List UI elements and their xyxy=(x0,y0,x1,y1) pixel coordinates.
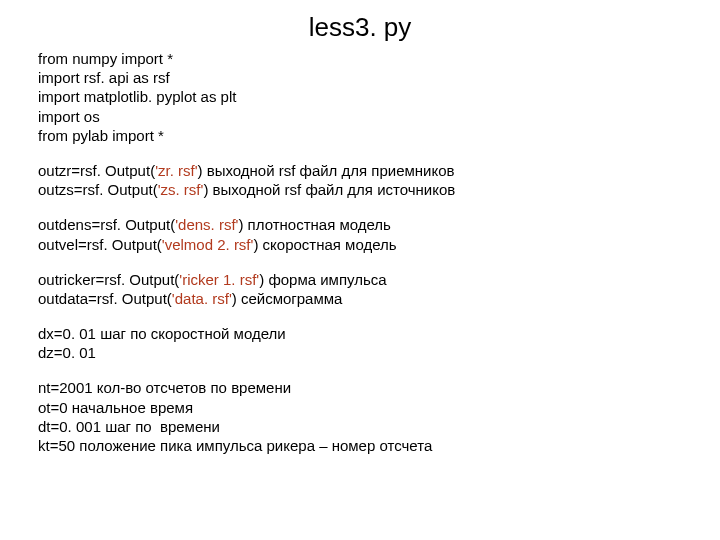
code-text: outvel=rsf. Output( xyxy=(38,236,162,253)
code-text: outzr=rsf. Output( xyxy=(38,162,155,179)
code-text: rsf xyxy=(153,69,170,86)
code-text: outzs=rsf. Output( xyxy=(38,181,158,198)
code-text: dx=0. 01 шаг по скоростной модели xyxy=(38,325,286,342)
string-literal: 'ricker 1. rsf' xyxy=(179,271,259,288)
page-title: less3. py xyxy=(38,12,682,43)
string-literal: 'zr. rsf' xyxy=(155,162,197,179)
code-text: as xyxy=(201,88,221,105)
code-text: ) форма импульса xyxy=(259,271,386,288)
code-text: outdata=rsf. Output( xyxy=(38,290,172,307)
time-params-block: nt=2001 кол-во отсчетов по времени ot=0 … xyxy=(38,378,682,455)
code-text: from numpy import xyxy=(38,50,167,67)
code-text: as xyxy=(133,69,153,86)
code-text: ) скоростная модель xyxy=(253,236,396,253)
code-text: ot=0 начальное время xyxy=(38,399,193,416)
code-text: ) выходной rsf файл для источников xyxy=(203,181,455,198)
code-text: dz=0. 01 xyxy=(38,344,96,361)
imports-block: from numpy import * import rsf. api as r… xyxy=(38,49,682,145)
code-text: import matplotlib. pyplot xyxy=(38,88,201,105)
code-text: ) плотностная модель xyxy=(238,216,391,233)
code-text: * xyxy=(167,50,173,67)
code-text: from pylab import xyxy=(38,127,158,144)
code-text: import rsf. api xyxy=(38,69,133,86)
output-receivers-block: outzr=rsf. Output('zr. rsf') выходной rs… xyxy=(38,161,682,199)
code-text: * xyxy=(158,127,164,144)
string-literal: 'data. rsf' xyxy=(172,290,232,307)
code-text: kt=50 положение пика импульса рикера – н… xyxy=(38,437,432,454)
code-text: outdens=rsf. Output( xyxy=(38,216,175,233)
string-literal: 'dens. rsf' xyxy=(175,216,238,233)
code-text: ) выходной rsf файл для приемников xyxy=(198,162,455,179)
code-text: ) сейсмограмма xyxy=(232,290,343,307)
code-text: outricker=rsf. Output( xyxy=(38,271,179,288)
code-text: import os xyxy=(38,108,100,125)
dx-dz-block: dx=0. 01 шаг по скоростной модели dz=0. … xyxy=(38,324,682,362)
string-literal: 'zs. rsf' xyxy=(158,181,204,198)
output-ricker-block: outricker=rsf. Output('ricker 1. rsf') ф… xyxy=(38,270,682,308)
string-literal: 'velmod 2. rsf' xyxy=(162,236,254,253)
output-models-block: outdens=rsf. Output('dens. rsf') плотнос… xyxy=(38,215,682,253)
code-text: dt=0. 001 шаг по времени xyxy=(38,418,220,435)
code-text: nt=2001 кол-во отсчетов по времени xyxy=(38,379,291,396)
code-text: plt xyxy=(221,88,237,105)
